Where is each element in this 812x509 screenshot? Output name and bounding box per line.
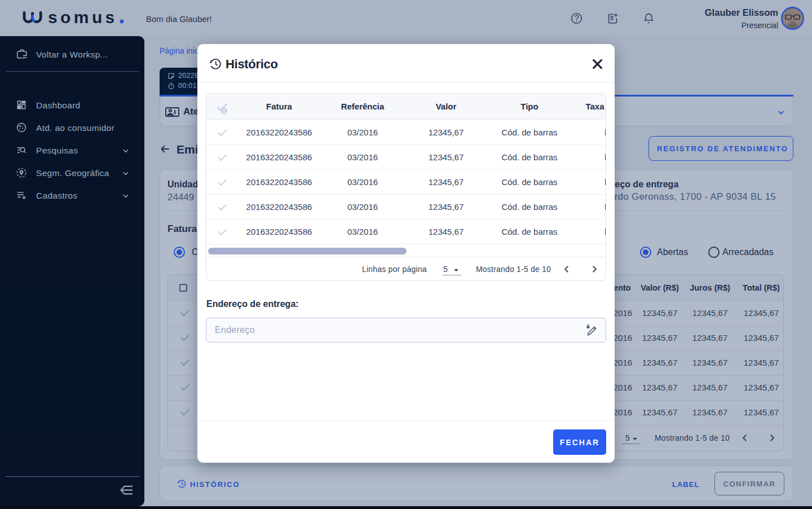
svg-text:1: 1: [223, 108, 226, 114]
